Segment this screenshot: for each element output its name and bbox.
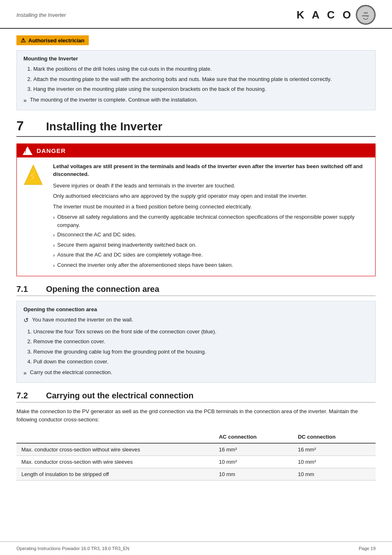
page: Installing the Inverter K A C O new ener… (0, 0, 392, 555)
section72-title: Carrying out the electrical connection (46, 391, 194, 400)
opening-step-3: Remove the grounding cable lug from the … (33, 348, 369, 356)
warning-icon: ⚠ (21, 37, 26, 44)
table-cell-ac: 16 mm² (214, 443, 293, 456)
table-cell-label: Max. conductor cross-section with wire s… (16, 456, 214, 468)
table-row: Length of insulation to be stripped off … (16, 468, 376, 481)
opening-box-title: Opening the connection area (23, 306, 369, 312)
table-cell-dc: 10 mm (293, 468, 376, 481)
kaco-logo: K A C O new energy. (297, 5, 376, 25)
section71-number: 7.1 (16, 284, 36, 294)
warning-badge: ⚠ Authorised electrician (16, 35, 89, 45)
table-row: Max. conductor cross-section without wir… (16, 443, 376, 456)
danger-header: ! DANGER (17, 144, 375, 157)
danger-bullet-3: › Secure them against being inadvertentl… (53, 241, 369, 250)
lightning-icon: ⚡ (23, 164, 44, 185)
danger-bold-text: Lethal voltages are still present in the… (53, 162, 369, 178)
danger-header-text: DANGER (37, 147, 66, 154)
table-cell-ac: 10 mm (214, 468, 293, 481)
opening-result: » Carry out the electrical connection. (23, 368, 369, 377)
mounting-steps: Mark the positions of the drill holes us… (23, 65, 369, 93)
danger-bullet-text-4: Assure that the AC and DC sides are comp… (57, 251, 203, 259)
kaco-logo-subtitle: new energy. (357, 6, 375, 24)
svg-text:energy.: energy. (362, 14, 369, 17)
bullet-arrow-icon-5: › (53, 261, 55, 270)
danger-text2: Only authorised electricians who are app… (53, 192, 369, 200)
opening-steps: Unscrew the four Torx screws on the fron… (23, 328, 369, 366)
opening-step-4: Pull down the connection cover. (33, 358, 369, 366)
danger-bullet-4: › Assure that the AC and DC sides are co… (53, 251, 369, 259)
bullet-arrow-icon-4: › (53, 251, 55, 259)
table-cell-label: Max. conductor cross-section without wir… (16, 443, 214, 456)
danger-bullet-text-1: Observe all safety regulations and the c… (57, 213, 369, 229)
opening-result-text: Carry out the electrical connection. (30, 368, 112, 377)
table-row: Max. conductor cross-section with wire s… (16, 456, 376, 468)
section7-header: 7 Installing the Inverter (16, 118, 376, 137)
section72-number: 7.2 (16, 391, 36, 400)
opening-box: Opening the connection area ↺ You have m… (16, 301, 376, 383)
danger-icon-col: ⚡ (23, 162, 47, 271)
danger-text3: The inverter must be mounted in a fixed … (53, 203, 369, 211)
main-content: ⚠ Authorised electrician Mounting the In… (0, 29, 392, 497)
kaco-logo-text: K A C O (297, 9, 353, 21)
result-arrow-icon: » (23, 96, 27, 105)
opening-step-2: Remove the connection cover. (33, 338, 369, 346)
prereq-line: ↺ You have mounted the inverter on the w… (23, 316, 369, 325)
section7-title: Installing the Inverter (46, 120, 162, 133)
table-col-ac: AC connection (214, 431, 293, 443)
danger-bullet-text-5: Connect the inverter only after the afor… (57, 261, 233, 269)
mounting-step-1: Mark the positions of the drill holes us… (33, 65, 369, 73)
danger-text-col: Lethal voltages are still present in the… (53, 162, 369, 271)
bullet-arrow-icon-3: › (53, 241, 55, 250)
section71-title: Opening the connection area (46, 284, 159, 294)
mounting-box-title: Mounting the Inverter (23, 56, 369, 62)
table-cell-label: Length of insulation to be stripped off (16, 468, 214, 481)
mounting-result-text: The mounting of the inverter is complete… (30, 96, 198, 104)
svg-text:new: new (364, 12, 368, 14)
section72-header: 7.2 Carrying out the electrical connecti… (16, 391, 376, 402)
mounting-result: » The mounting of the inverter is comple… (23, 96, 369, 105)
table-cell-dc: 10 mm² (293, 456, 376, 468)
section72-intro: Make the connection to the PV generator … (16, 407, 376, 425)
danger-text1: Severe injuries or death if the leads an… (53, 182, 369, 190)
danger-bullet-text-3: Secure them against being inadvertently … (57, 241, 196, 249)
table-col-label (16, 431, 214, 443)
danger-bullet-2: › Disconnect the AC and DC sides. (53, 231, 369, 239)
danger-bullet-text-2: Disconnect the AC and DC sides. (57, 231, 136, 239)
opening-step-1: Unscrew the four Torx screws on the fron… (33, 328, 369, 336)
table-header-row: AC connection DC connection (16, 431, 376, 443)
footer-right: Page 19 (359, 546, 376, 551)
bullet-arrow-icon-2: › (53, 231, 55, 239)
page-footer: Operating Instructions Powador 16.0 TR3,… (0, 541, 392, 555)
mounting-step-2: Attach the mounting plate to the wall wi… (33, 75, 369, 83)
footer-left: Operating Instructions Powador 16.0 TR3,… (16, 546, 129, 551)
bullet-arrow-icon-1: › (53, 213, 55, 222)
section71-header: 7.1 Opening the connection area (16, 284, 376, 296)
page-header: Installing the Inverter K A C O new ener… (0, 0, 392, 29)
table-col-dc: DC connection (293, 431, 376, 443)
kaco-logo-circle: new energy. (356, 5, 376, 25)
section7-number: 7 (16, 118, 33, 134)
conductor-table: AC connection DC connection Max. conduct… (16, 431, 376, 481)
mounting-box: Mounting the Inverter Mark the positions… (16, 50, 376, 110)
danger-bullet-5: › Connect the inverter only after the af… (53, 261, 369, 270)
danger-bullet-1: › Observe all safety regulations and the… (53, 213, 369, 229)
header-title: Installing the Inverter (16, 12, 66, 18)
mounting-step-3: Hang the inverter on the mounting plate … (33, 85, 369, 93)
prereq-icon: ↺ (23, 316, 29, 325)
table-cell-dc: 16 mm² (293, 443, 376, 456)
prereq-text: You have mounted the inverter on the wal… (32, 316, 133, 324)
warning-badge-label: Authorised electrician (28, 37, 85, 44)
table-cell-ac: 10 mm² (214, 456, 293, 468)
opening-result-arrow-icon: » (23, 369, 27, 377)
danger-triangle-icon: ! (23, 146, 32, 155)
table-body: Max. conductor cross-section without wir… (16, 443, 376, 481)
svg-text:⚡: ⚡ (27, 170, 39, 182)
danger-box: ! DANGER ⚡ Lethal voltages are still pre… (16, 143, 376, 277)
danger-body: ⚡ Lethal voltages are still present in t… (17, 157, 375, 276)
